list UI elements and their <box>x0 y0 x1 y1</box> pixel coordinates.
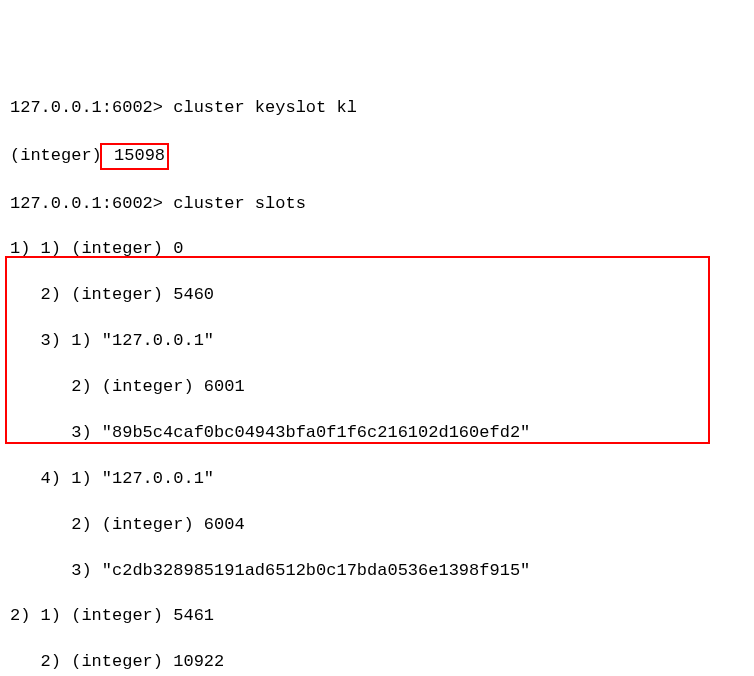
command-text: cluster slots <box>173 194 306 213</box>
slot1-line: 3) 1) "127.0.0.1" <box>10 330 744 353</box>
command-text: cluster keyslot kl <box>173 98 357 117</box>
keyslot-value-highlight: 15098 <box>100 143 169 170</box>
slot1-line: 2) (integer) 6001 <box>10 376 744 399</box>
slot2-line: 2) (integer) 10922 <box>10 651 744 674</box>
slot2-line: 2) 1) (integer) 5461 <box>10 605 744 628</box>
response-1: (integer) 15098 <box>10 143 744 170</box>
slot1-line: 3) "89b5c4caf0bc04943bfa0f1f6c216102d160… <box>10 422 744 445</box>
slot1-line: 2) (integer) 6004 <box>10 514 744 537</box>
slot1-line: 4) 1) "127.0.0.1" <box>10 468 744 491</box>
prompt: 127.0.0.1:6002> <box>10 98 173 117</box>
slot1-line: 3) "c2db328985191ad6512b0c17bda0536e1398… <box>10 560 744 583</box>
slot1-line: 1) 1) (integer) 0 <box>10 238 744 261</box>
slot1-line: 2) (integer) 5460 <box>10 284 744 307</box>
integer-label: (integer) <box>10 146 102 165</box>
prompt: 127.0.0.1:6002> <box>10 194 173 213</box>
cmd-line-2: 127.0.0.1:6002> cluster slots <box>10 193 744 216</box>
cmd-line-1: 127.0.0.1:6002> cluster keyslot kl <box>10 97 744 120</box>
